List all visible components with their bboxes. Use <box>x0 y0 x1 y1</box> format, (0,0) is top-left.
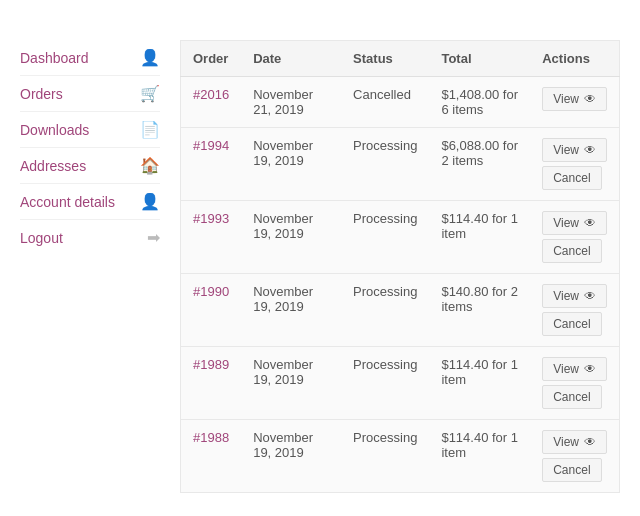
order-date-cell: November 21, 2019 <box>241 77 341 128</box>
table-body: #2016November 21, 2019Cancelled$1,408.00… <box>181 77 620 493</box>
order-actions-cell: View 👁Cancel <box>530 201 619 274</box>
cancel-button-#1993[interactable]: Cancel <box>542 239 601 263</box>
order-actions-cell: View 👁Cancel <box>530 420 619 493</box>
table-row: #1994November 19, 2019Processing$6,088.0… <box>181 128 620 201</box>
sidebar-icon-addresses: 🏠 <box>140 156 160 175</box>
order-total-cell: $1,408.00 for 6 items <box>429 77 530 128</box>
table-row: #2016November 21, 2019Cancelled$1,408.00… <box>181 77 620 128</box>
order-total-cell: $114.40 for 1 item <box>429 347 530 420</box>
table-row: #1990November 19, 2019Processing$140.80 … <box>181 274 620 347</box>
col-header-actions: Actions <box>530 41 619 77</box>
sidebar-label-orders: Orders <box>20 86 63 102</box>
cancel-button-#1988[interactable]: Cancel <box>542 458 601 482</box>
view-button-#1989[interactable]: View 👁 <box>542 357 607 381</box>
order-actions-cell: View 👁Cancel <box>530 274 619 347</box>
order-total-cell: $114.40 for 1 item <box>429 201 530 274</box>
order-link-#2016[interactable]: #2016 <box>193 87 229 102</box>
sidebar-item-downloads[interactable]: Downloads📄 <box>20 112 160 148</box>
eye-icon: 👁 <box>584 143 596 157</box>
order-status-cell: Processing <box>341 347 429 420</box>
order-link-#1993[interactable]: #1993 <box>193 211 229 226</box>
orders-table: OrderDateStatusTotalActions #2016Novembe… <box>180 40 620 493</box>
col-header-status: Status <box>341 41 429 77</box>
order-status-cell: Processing <box>341 201 429 274</box>
order-date-cell: November 19, 2019 <box>241 128 341 201</box>
view-button-#1994[interactable]: View 👁 <box>542 138 607 162</box>
col-header-order: Order <box>181 41 242 77</box>
sidebar-label-account-details: Account details <box>20 194 115 210</box>
order-link-#1989[interactable]: #1989 <box>193 357 229 372</box>
order-link-#1990[interactable]: #1990 <box>193 284 229 299</box>
table-header-row: OrderDateStatusTotalActions <box>181 41 620 77</box>
order-actions-cell: View 👁Cancel <box>530 128 619 201</box>
order-total-cell: $140.80 for 2 items <box>429 274 530 347</box>
view-button-#1990[interactable]: View 👁 <box>542 284 607 308</box>
sidebar-label-downloads: Downloads <box>20 122 89 138</box>
eye-icon: 👁 <box>584 216 596 230</box>
sidebar-icon-dashboard: 👤 <box>140 48 160 67</box>
eye-icon: 👁 <box>584 289 596 303</box>
order-status-cell: Processing <box>341 420 429 493</box>
order-number-cell: #1994 <box>181 128 242 201</box>
order-status-cell: Processing <box>341 274 429 347</box>
sidebar-item-account-details[interactable]: Account details👤 <box>20 184 160 220</box>
order-date-cell: November 19, 2019 <box>241 201 341 274</box>
order-link-#1994[interactable]: #1994 <box>193 138 229 153</box>
order-number-cell: #2016 <box>181 77 242 128</box>
sidebar-icon-account-details: 👤 <box>140 192 160 211</box>
order-number-cell: #1989 <box>181 347 242 420</box>
table-row: #1989November 19, 2019Processing$114.40 … <box>181 347 620 420</box>
col-header-date: Date <box>241 41 341 77</box>
cancel-button-#1989[interactable]: Cancel <box>542 385 601 409</box>
sidebar-label-dashboard: Dashboard <box>20 50 89 66</box>
cancel-button-#1994[interactable]: Cancel <box>542 166 601 190</box>
table-row: #1988November 19, 2019Processing$114.40 … <box>181 420 620 493</box>
order-date-cell: November 19, 2019 <box>241 274 341 347</box>
eye-icon: 👁 <box>584 92 596 106</box>
order-total-cell: $114.40 for 1 item <box>429 420 530 493</box>
order-link-#1988[interactable]: #1988 <box>193 430 229 445</box>
sidebar: Dashboard👤Orders🛒Downloads📄Addresses🏠Acc… <box>20 40 160 493</box>
order-date-cell: November 19, 2019 <box>241 347 341 420</box>
sidebar-icon-downloads: 📄 <box>140 120 160 139</box>
view-button-#1993[interactable]: View 👁 <box>542 211 607 235</box>
order-total-cell: $6,088.00 for 2 items <box>429 128 530 201</box>
sidebar-label-addresses: Addresses <box>20 158 86 174</box>
order-status-cell: Processing <box>341 128 429 201</box>
eye-icon: 👁 <box>584 362 596 376</box>
view-button-#1988[interactable]: View 👁 <box>542 430 607 454</box>
sidebar-item-orders[interactable]: Orders🛒 <box>20 76 160 112</box>
sidebar-item-addresses[interactable]: Addresses🏠 <box>20 148 160 184</box>
order-number-cell: #1990 <box>181 274 242 347</box>
col-header-total: Total <box>429 41 530 77</box>
order-actions-cell: View 👁 <box>530 77 619 128</box>
eye-icon: 👁 <box>584 435 596 449</box>
sidebar-label-logout: Logout <box>20 230 63 246</box>
view-button-#2016[interactable]: View 👁 <box>542 87 607 111</box>
order-actions-cell: View 👁Cancel <box>530 347 619 420</box>
sidebar-item-dashboard[interactable]: Dashboard👤 <box>20 40 160 76</box>
order-date-cell: November 19, 2019 <box>241 420 341 493</box>
order-number-cell: #1993 <box>181 201 242 274</box>
sidebar-item-logout[interactable]: Logout➡ <box>20 220 160 255</box>
order-number-cell: #1988 <box>181 420 242 493</box>
sidebar-icon-logout: ➡ <box>147 228 160 247</box>
sidebar-icon-orders: 🛒 <box>140 84 160 103</box>
cancel-button-#1990[interactable]: Cancel <box>542 312 601 336</box>
main-content: OrderDateStatusTotalActions #2016Novembe… <box>180 40 620 493</box>
table-row: #1993November 19, 2019Processing$114.40 … <box>181 201 620 274</box>
order-status-cell: Cancelled <box>341 77 429 128</box>
